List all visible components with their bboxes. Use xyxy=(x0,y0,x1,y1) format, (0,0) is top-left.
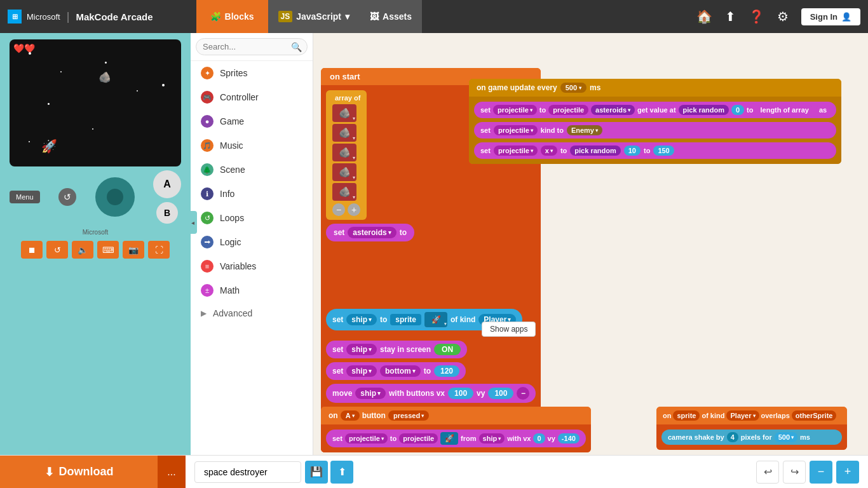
tab-assets[interactable]: 🖼 Assets xyxy=(360,0,422,33)
sprites-icon: ✦ xyxy=(201,67,214,79)
play-button[interactable]: ↺ xyxy=(46,241,68,259)
array-plus-button[interactable]: + xyxy=(348,203,360,216)
undo-button[interactable]: ↩ xyxy=(756,461,779,484)
refresh-button[interactable]: ↺ xyxy=(58,188,76,206)
proj-var-badge[interactable]: projectile ▾ xyxy=(493,105,537,115)
player-ol-badge[interactable]: Player ▾ xyxy=(726,410,759,421)
onefifty-badge[interactable]: 150 xyxy=(653,146,674,156)
toggle-on-badge[interactable]: ON xyxy=(434,344,461,355)
othersprite-badge[interactable]: otherSprite xyxy=(792,410,837,421)
show-apps-button[interactable]: Show apps xyxy=(482,322,536,337)
a-button[interactable]: A xyxy=(153,170,181,198)
keyboard-button[interactable]: ⌨ xyxy=(97,241,119,259)
set-x-block: set projectile ▾ x ▾ to pick random 10 t… xyxy=(474,142,836,159)
mute-button[interactable]: 🔈 xyxy=(72,241,93,259)
sidebar-item-advanced[interactable]: ▶ Advanced xyxy=(191,302,313,324)
vx-val-badge[interactable]: 100 xyxy=(448,388,473,399)
game-update-header: on game update every 500 ▾ ms xyxy=(469,79,841,97)
download-button[interactable]: ⬇ Download xyxy=(0,456,158,489)
sprite-badge-ol[interactable]: sprite xyxy=(673,410,700,421)
proj-from-badge[interactable]: projectile ▾ xyxy=(345,433,388,444)
array-sprite-4[interactable]: 🪨▾ xyxy=(332,163,356,181)
sidebar-item-game[interactable]: ● Game xyxy=(191,109,313,133)
home-icon[interactable]: 🏠 xyxy=(696,9,712,24)
button-pressed-block: on A ▾ button pressed ▾ set projectile ▾… xyxy=(321,407,591,452)
proj-badge2[interactable]: projectile ▾ xyxy=(494,125,538,135)
asteroids-badge[interactable]: asteroids ▾ xyxy=(591,105,635,115)
sidebar-item-info[interactable]: ℹ Info xyxy=(191,182,313,206)
more-options-button[interactable]: ... xyxy=(158,456,186,489)
sidebar-item-music[interactable]: 🎵 Music xyxy=(191,133,313,158)
update-ms-badge[interactable]: 500 ▾ xyxy=(560,83,587,93)
tab-javascript[interactable]: JS JavaScript ▾ xyxy=(268,0,360,33)
array-sprite-3[interactable]: 🪨▾ xyxy=(332,144,356,161)
proj-badge3[interactable]: projectile ▾ xyxy=(494,146,538,156)
minus-circle-icon[interactable]: − xyxy=(517,387,529,400)
sidebar-item-scene[interactable]: 🌲 Scene xyxy=(191,158,313,182)
sidebar-item-sprites[interactable]: ✦ Sprites xyxy=(191,61,313,85)
zoom-in-button[interactable]: + xyxy=(836,461,859,484)
array-sprite-5[interactable]: 🪨▾ xyxy=(332,183,356,201)
stop-button[interactable]: ⏹ xyxy=(21,241,43,259)
ms-val-badge[interactable]: 500 ▾ xyxy=(775,432,797,442)
vy-proj-badge[interactable]: -140 xyxy=(558,433,580,444)
array-block: array of 🪨▾ 🪨▾ 🪨▾ 🪨▾ xyxy=(326,90,367,220)
array-minus-button[interactable]: − xyxy=(332,203,345,216)
sidebar-item-controller[interactable]: 🎮 Controller xyxy=(191,85,313,109)
ship-badge3[interactable]: ship ▾ xyxy=(346,365,377,377)
menu-button[interactable]: Menu xyxy=(10,191,40,203)
ms-logo-icon: ⊞ xyxy=(8,10,22,24)
sidebar-item-variables[interactable]: ≡ Variables xyxy=(191,254,313,278)
sprite-image-btn[interactable]: 🚀▾ xyxy=(424,312,447,327)
header-tabs: 🧩 Blocks JS JavaScript ▾ 🖼 Assets xyxy=(196,0,422,33)
project-name-input[interactable] xyxy=(194,461,301,483)
redo-button[interactable]: ↪ xyxy=(783,461,806,484)
a-btn-badge[interactable]: A ▾ xyxy=(341,410,360,421)
game-icon: ● xyxy=(201,115,214,128)
asteroids-var-badge[interactable]: asteroids ▾ xyxy=(348,227,396,238)
tab-blocks[interactable]: 🧩 Blocks xyxy=(196,0,268,33)
share-icon[interactable]: ⬆ xyxy=(725,9,736,24)
ship-var-badge[interactable]: ship ▾ xyxy=(346,314,377,325)
bottom-val-badge[interactable]: 120 xyxy=(434,365,459,377)
b-button[interactable]: B xyxy=(156,202,178,224)
pixels-val-badge[interactable]: 4 xyxy=(727,432,738,442)
zoom-out-button[interactable]: − xyxy=(810,461,832,484)
ten-badge[interactable]: 10 xyxy=(624,146,641,156)
proj-val-badge: projectile xyxy=(548,105,588,115)
ship-badge2[interactable]: ship ▾ xyxy=(346,344,377,355)
ship-from-badge[interactable]: ship ▾ xyxy=(479,433,505,444)
save-button[interactable]: 💾 xyxy=(305,461,328,484)
sidebar-item-loops[interactable]: ↺ Loops xyxy=(191,206,313,230)
screenshot-button[interactable]: 📷 xyxy=(123,241,144,259)
x-prop-badge[interactable]: x ▾ xyxy=(541,146,557,156)
pressed-badge[interactable]: pressed ▾ xyxy=(388,410,429,421)
bottom-prop-badge[interactable]: bottom ▾ xyxy=(380,365,421,377)
help-icon[interactable]: ❓ xyxy=(749,9,764,24)
stay-in-screen-block: set ship ▾ stay in screen ON xyxy=(326,341,467,358)
sim-ship: 🚀 xyxy=(41,139,57,154)
sim-toolbar: ⏹ ↺ 🔈 ⌨ 📷 ⛶ xyxy=(21,241,170,259)
ship-badge4[interactable]: ship ▾ xyxy=(355,388,386,399)
advanced-chevron-icon: ▶ xyxy=(201,309,207,318)
sprite-img-small[interactable]: 🚀 xyxy=(440,432,458,445)
main-area: ❤️❤️ 🪨 🚀 Menu ↺ A B xyxy=(0,33,868,488)
set-kind-block: set projectile ▾ kind to Enemy ▾ xyxy=(474,122,836,139)
dpad[interactable] xyxy=(95,177,135,217)
github-button[interactable]: ⬆ xyxy=(330,461,353,484)
sidebar-item-logic[interactable]: ⮕ Logic xyxy=(191,230,313,254)
settings-icon[interactable]: ⚙ xyxy=(777,9,789,24)
header-divider: | xyxy=(67,10,70,24)
sidebar-item-math[interactable]: ± Math xyxy=(191,278,313,302)
collapse-panel-button[interactable]: ◂ xyxy=(188,211,197,234)
vx-proj-badge[interactable]: 0 xyxy=(533,433,545,444)
vy-val-badge[interactable]: 100 xyxy=(488,388,513,399)
fullscreen-button[interactable]: ⛶ xyxy=(148,241,170,259)
array-sprite-2[interactable]: 🪨▾ xyxy=(332,124,356,142)
set-bottom-block: set ship ▾ bottom ▾ to 120 xyxy=(326,362,466,380)
enemy-badge[interactable]: Enemy ▾ xyxy=(567,125,602,135)
zero-badge[interactable]: 0 xyxy=(731,105,744,115)
sign-in-button[interactable]: Sign In 👤 xyxy=(801,8,860,25)
array-sprite-1[interactable]: 🪨▾ xyxy=(332,104,356,122)
length-badge: length of array xyxy=(756,105,813,115)
